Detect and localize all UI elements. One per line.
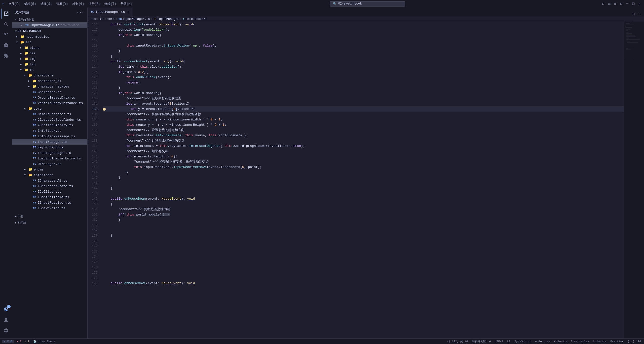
line-number: 120 (88, 43, 98, 48)
sidebar-item-ts[interactable]: ▼ 📂 ts (12, 67, 87, 73)
activity-source-control[interactable] (1, 30, 11, 40)
layout-icon2[interactable]: ▭ (607, 1, 612, 6)
prettier[interactable]: Prettier (609, 340, 625, 343)
code-line: public onMouseDown(event: MouseEvent): v… (103, 196, 624, 201)
menu-select[interactable]: 选择(S) (39, 1, 54, 7)
outline-section[interactable]: ▶ 大纲 (12, 213, 87, 219)
sidebar-item-functionlibrary[interactable]: TS FunctionLibrary.ts (12, 122, 87, 128)
code-text: } (103, 54, 112, 59)
sidebar-item-icharacterai[interactable]: TS ICharacterAi.ts (12, 178, 87, 183)
sidebar-item-icollider[interactable]: TS ICollider.ts (12, 189, 87, 194)
open-editor-item[interactable]: ✕ TS InputManager.ts src\ts\core (12, 22, 87, 28)
encoding[interactable]: UTF-8 (494, 340, 504, 343)
sidebar-item-ispawnpoint[interactable]: TS ISpawnPoint.ts (12, 205, 87, 211)
open-editors-section[interactable]: ▼ 打开的编辑器 (12, 16, 87, 22)
sidebar-item-lib[interactable]: ▶ 📁 lib (12, 62, 87, 67)
sidebar-item-inputmanager[interactable]: TS InputManager.ts (12, 139, 87, 145)
sidebar-item-css[interactable]: ▶ 📁 css (12, 51, 87, 56)
breadcrumb-file[interactable]: InputManager.ts (123, 17, 150, 21)
code-text: } (103, 85, 120, 91)
tab-inputmanager[interactable]: TS InputManager.ts ✕ (88, 8, 133, 16)
menu-goto[interactable]: 转到(G) (70, 1, 86, 7)
language-mode[interactable]: TypeScript (513, 340, 532, 343)
menu-edit[interactable]: 编辑(E) (22, 1, 38, 7)
menu-terminal[interactable]: 终端(T) (102, 1, 118, 7)
sidebar-item-blend[interactable]: ▶ 📁 blend (12, 45, 87, 51)
sidebar-item-groundimpact-ts[interactable]: TS GroundImpactData.ts (12, 95, 87, 100)
project-section[interactable]: ▼ 02-SKETCHBOOK (12, 28, 87, 34)
tree-label: ICharacterAi.ts (38, 179, 67, 183)
breadcrumb-src[interactable]: src (91, 17, 96, 21)
activity-run-debug[interactable] (1, 40, 11, 50)
sidebar-item-cameraoperator[interactable]: TS CameraOperator.ts (12, 111, 87, 117)
timeline-section[interactable]: ▶ 时间线 (12, 219, 87, 226)
sidebar-item-enums[interactable]: ▶ 📁 enums (12, 167, 87, 172)
sidebar-item-infostack[interactable]: TS InfoStack.ts (12, 128, 87, 134)
sidebar-item-loadingmanager[interactable]: TS LoadingManager.ts (12, 150, 87, 156)
tree-label: ISpawnPoint.ts (38, 206, 65, 210)
colorize[interactable]: Colorize (592, 340, 608, 343)
activity-extensions[interactable] (1, 51, 11, 61)
live-share[interactable]: 📡 Live Share (32, 340, 56, 343)
activity-settings[interactable] (1, 325, 11, 335)
activity-remote[interactable]: 1 (1, 304, 11, 314)
sidebar-item-icontrollable[interactable]: TS IControllable.ts (12, 194, 87, 200)
folder-icon: 📁 (28, 167, 33, 172)
sidebar-item-character-ai[interactable]: ▶ 📁 character_ai (12, 78, 87, 84)
code-editor[interactable]: public ondblclick(event: MouseEvent): vo… (100, 22, 624, 338)
close-button[interactable]: ✕ (637, 1, 642, 6)
sidebar-item-loadingtrackerentry[interactable]: TS LoadingTrackerEntry.ts (12, 156, 87, 161)
line-ending[interactable]: LF (506, 340, 511, 343)
menu-run[interactable]: 运行(R) (87, 1, 102, 7)
menu-view[interactable]: 查看(V) (54, 1, 70, 7)
line-number: 126 (88, 75, 98, 80)
layout-icon3[interactable]: ⊞ (613, 1, 618, 6)
position-old[interactable]: (L:) 176 (627, 340, 642, 343)
sidebar-item-character-ts[interactable]: TS Character.ts (12, 89, 87, 95)
sidebar-item-interfaces[interactable]: ▼ 📂 interfaces (12, 172, 87, 178)
search-icon: 🔍 (333, 2, 337, 6)
activity-explorer[interactable] (1, 9, 11, 19)
breadcrumb-method[interactable]: ontouchstart (185, 17, 207, 21)
layout-icon[interactable]: ⊟ (601, 1, 606, 6)
sidebar-item-img[interactable]: ▶ 📁 img (12, 56, 87, 62)
sidebar-item-characters[interactable]: ▼ 📂 characters (12, 73, 87, 78)
more-actions-icon[interactable]: ··· (636, 12, 642, 16)
sidebar-more-icon[interactable]: ··· (77, 10, 84, 15)
sidebar-item-iinputreceiver[interactable]: TS IInputReceiver.ts (12, 200, 87, 205)
activity-search[interactable] (1, 19, 11, 29)
breadcrumb-ts[interactable]: ts (100, 17, 103, 21)
tab-close-button[interactable]: ✕ (127, 10, 129, 14)
ts-icon: TS (32, 178, 37, 183)
sidebar-item-core[interactable]: ▼ 📂 core (12, 106, 87, 111)
close-file-icon[interactable]: ✕ (19, 23, 24, 27)
sidebar-item-infostackmessage[interactable]: TS InfoStackMessage.ts (12, 134, 87, 139)
sidebar-item-src[interactable]: ▼ 📂 src (12, 39, 87, 45)
sidebar-item-character-states[interactable]: ▶ 📁 character_states (12, 84, 87, 89)
breadcrumb-class[interactable]: InputManager (157, 17, 179, 21)
global-search-box[interactable]: 🔍 02-sketchbook (330, 1, 405, 7)
sidebar-item-uimanager[interactable]: TS UIManager.ts (12, 161, 87, 167)
ts-icon: TS (32, 101, 37, 105)
sidebar-item-node-modules[interactable]: ▶ 📁 node_modules (12, 34, 87, 39)
menu-file[interactable]: 文件(F) (7, 1, 22, 7)
go-live[interactable]: ⊕ Go Live (534, 340, 551, 343)
breadcrumb-core[interactable]: core (107, 17, 115, 21)
error-count[interactable]: ✕ 2 ⚠ 2 (16, 340, 30, 343)
minimize-button[interactable]: ─ (625, 1, 630, 6)
status-right: 行 132, 列 46 制表符长度: 4 UTF-8 LF TypeScript… (446, 339, 642, 343)
split-editor-icon[interactable]: ⊟ (632, 12, 634, 16)
layout-icon4[interactable]: ⊟ (619, 1, 624, 6)
activity-account[interactable] (1, 315, 11, 325)
menu-help[interactable]: 帮助(H) (119, 1, 134, 7)
tab-size[interactable]: 制表符长度: 4 (471, 339, 492, 343)
sidebar-item-keybinding[interactable]: TS KeyBinding.ts (12, 145, 87, 150)
cursor-position[interactable]: 行 132, 列 46 (446, 339, 469, 343)
git-branch[interactable]: ⑂ ⑂ 0 (2, 340, 14, 343)
sidebar-item-vehicleentry-ts[interactable]: TS VehicleEntryInstance.ts (12, 100, 87, 106)
sidebar-item-icharacterstate[interactable]: TS ICharacterState.ts (12, 183, 87, 189)
maximize-button[interactable]: □ (631, 1, 636, 6)
ts-icon: TS (32, 128, 37, 133)
sidebar-item-closestobjectfinder[interactable]: TS ClosestObjectFinder.ts (12, 117, 87, 122)
colorize-vars[interactable]: Colorize: 3 variables (553, 340, 590, 343)
